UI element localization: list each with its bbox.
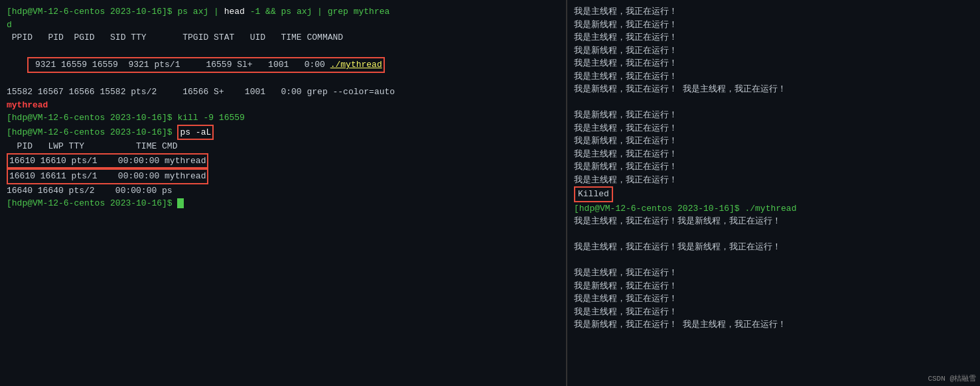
psl-row-1: 16610 16610 pts/1 00:00:00 mythread xyxy=(7,153,559,169)
right-line-7: 我是新线程，我正在运行！ 我是主线程，我正在运行！ xyxy=(574,83,973,96)
right-cmd-mythread: [hdp@VM-12-6-centos 2023-10-16]$ ./mythr… xyxy=(574,202,973,216)
right-killed-line: Killed xyxy=(574,186,973,202)
cmd-line-ps: [hdp@VM-12-6-centos 2023-10-16]$ ps -aL xyxy=(7,125,559,141)
left-terminal: [hdp@VM-12-6-centos 2023-10-16]$ ps axj … xyxy=(0,0,567,386)
right-line-11: 我是主线程，我正在运行！ xyxy=(574,148,973,161)
psl-row-2: 16610 16611 pts/1 00:00:00 mythread xyxy=(7,168,559,184)
cmd-line-1b: d xyxy=(7,19,559,32)
right-line-19: 我是主线程，我正在运行！ xyxy=(574,306,973,319)
ps-row-1: 9321 16559 16559 9321 pts/1 16559 Sl+ 10… xyxy=(7,44,559,86)
right-line-1: 我是主线程，我正在运行！ xyxy=(574,5,973,19)
ps-header: PPID PID PGID SID TTY TPGID STAT UID TIM… xyxy=(7,31,559,44)
right-line-16: 我是主线程，我正在运行！ xyxy=(574,267,973,280)
cmd-line-kill: [hdp@VM-12-6-centos 2023-10-16]$ kill -9… xyxy=(7,111,559,125)
right-line-6: 我是主线程，我正在运行！ xyxy=(574,70,973,84)
right-line-9: 我是主线程，我正在运行！ xyxy=(574,122,973,135)
psl-header: PID LWP TTY TIME CMD xyxy=(7,140,559,153)
right-line-5: 我是主线程，我正在运行！ xyxy=(574,57,973,70)
right-line-14: 我是主线程，我正在运行！我是新线程，我正在运行！ xyxy=(574,215,973,228)
right-line-18: 我是主线程，我正在运行！ xyxy=(574,292,973,306)
cmd-line-final: [hdp@VM-12-6-centos 2023-10-16]$ xyxy=(7,197,559,210)
right-line-13: 我是主线程，我正在运行！ xyxy=(574,174,973,187)
right-line-3: 我是主线程，我正在运行！ xyxy=(574,31,973,44)
right-line-12: 我是新线程，我正在运行！ xyxy=(574,161,973,174)
cmd-line-1: [hdp@VM-12-6-centos 2023-10-16]$ ps axj … xyxy=(7,5,559,19)
ps-row-2: 15582 16567 16566 15582 pts/2 16566 S+ 1… xyxy=(7,86,559,99)
ps-row-2-mythread: mythread xyxy=(7,99,559,112)
right-line-17: 我是新线程，我正在运行！ xyxy=(574,280,973,293)
right-line-20: 我是新线程，我正在运行！ 我是主线程，我正在运行！ xyxy=(574,318,973,332)
right-line-15: 我是主线程，我正在运行！我是新线程，我正在运行！ xyxy=(574,241,973,254)
right-line-blank1 xyxy=(574,96,973,109)
psl-row-3: 16640 16640 pts/2 00:00:00 ps xyxy=(7,184,559,198)
right-line-8: 我是新线程，我正在运行！ xyxy=(574,109,973,122)
watermark: CSDN @桔融雪 xyxy=(928,373,976,383)
right-line-blank2 xyxy=(574,228,973,241)
right-terminal: 我是主线程，我正在运行！ 我是新线程，我正在运行！ 我是主线程，我正在运行！ 我… xyxy=(567,0,980,386)
right-line-10: 我是新线程，我正在运行！ xyxy=(574,135,973,148)
right-line-2: 我是新线程，我正在运行！ xyxy=(574,19,973,32)
right-line-4: 我是新线程，我正在运行！ xyxy=(574,44,973,58)
right-line-blank3 xyxy=(574,254,973,267)
